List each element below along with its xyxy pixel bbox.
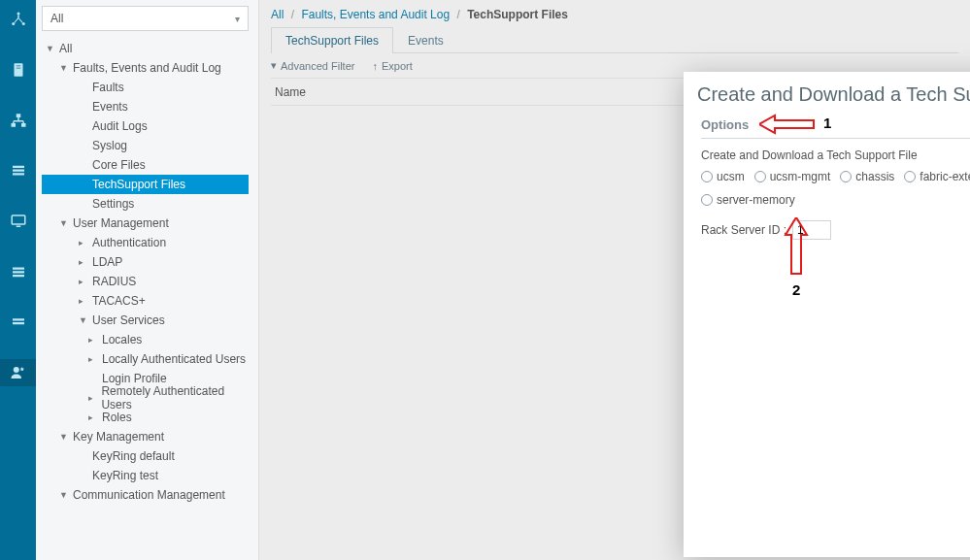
tree-keyring-test[interactable]: KeyRing test <box>42 466 249 485</box>
tree-syslog[interactable]: Syslog <box>42 136 249 155</box>
tree-local-auth-users[interactable]: ▸Locally Authenticated Users <box>42 349 249 369</box>
tree-ldap[interactable]: ▸LDAP <box>42 252 249 272</box>
chassis-icon <box>10 313 27 331</box>
svg-rect-6 <box>16 114 20 117</box>
options-subhead: Create and Download a Tech Support File <box>701 148 970 162</box>
tree-faults-events[interactable]: ▼Faults, Events and Audit Log <box>42 58 249 78</box>
svg-rect-17 <box>13 318 24 320</box>
rack-server-id-label: Rack Server ID : <box>701 223 786 237</box>
tree-locales[interactable]: ▸Locales <box>42 330 249 349</box>
rail-item-admin[interactable] <box>0 359 36 386</box>
tab-events[interactable]: Events <box>393 27 458 53</box>
tab-techsupport-files[interactable]: TechSupport Files <box>271 27 393 53</box>
tree-techsupport-files[interactable]: TechSupport Files <box>42 175 249 194</box>
tree-user-management[interactable]: ▼User Management <box>42 214 249 233</box>
annotation-number-1: 1 <box>823 115 831 131</box>
rail-item-servers[interactable] <box>0 56 36 83</box>
advanced-filter-button[interactable]: ▾ Advanced Filter <box>271 59 354 72</box>
tree-settings[interactable]: Settings <box>42 194 249 214</box>
radio-fabric-extender[interactable]: fabric-extender <box>904 170 970 183</box>
svg-rect-5 <box>16 68 20 69</box>
svg-rect-14 <box>13 268 24 270</box>
admin-icon <box>10 364 27 381</box>
svg-rect-10 <box>13 170 24 172</box>
tab-bar: TechSupport Files Events <box>271 27 958 53</box>
radio-ucsm[interactable]: ucsm <box>701 170 745 183</box>
modal-header: Create and Download a Tech Support File … <box>684 72 970 112</box>
svg-rect-15 <box>13 271 24 273</box>
modal-body: Options Create and Download a Tech Suppo… <box>684 112 970 509</box>
modal-title: Create and Download a Tech Support File <box>697 83 970 106</box>
monitor-icon <box>10 213 27 230</box>
tree-keyring-default[interactable]: KeyRing default <box>42 446 249 466</box>
rack-server-id-input[interactable] <box>792 220 831 240</box>
tree-faults[interactable]: Faults <box>42 78 249 97</box>
annotation-number-2: 2 <box>792 281 800 298</box>
svg-point-1 <box>12 22 15 25</box>
crumb-faults-events[interactable]: Faults, Events and Audit Log <box>301 8 450 21</box>
svg-rect-8 <box>21 123 26 127</box>
rail-item-san[interactable] <box>0 157 36 184</box>
export-icon: ↑ <box>372 60 378 72</box>
crumb-all[interactable]: All <box>271 8 284 21</box>
tech-support-type-radios: ucsm ucsm-mgmt chassis fabric-extender r… <box>701 170 970 207</box>
svg-point-0 <box>17 13 19 16</box>
crumb-current: TechSupport Files <box>467 8 568 21</box>
svg-rect-18 <box>13 322 24 324</box>
modal-footer: OK Cancel <box>684 509 970 557</box>
rail-item-vm[interactable] <box>0 208 36 235</box>
topology-icon <box>10 11 27 28</box>
svg-point-2 <box>21 22 24 25</box>
sidebar: All ▾ ▼All ▼Faults, Events and Audit Log… <box>36 0 259 560</box>
filter-icon: ▾ <box>271 59 277 72</box>
tree-core-files[interactable]: Core Files <box>42 155 249 175</box>
tree-root-all[interactable]: ▼All <box>42 39 249 58</box>
server-icon <box>10 61 27 79</box>
crumb-sep: / <box>456 8 459 21</box>
scope-combobox[interactable]: All ▾ <box>42 6 249 31</box>
network-icon <box>10 112 27 129</box>
svg-rect-12 <box>12 215 25 224</box>
rail-item-chassis[interactable] <box>0 309 36 336</box>
rail-item-topology[interactable] <box>0 6 36 33</box>
tree-events[interactable]: Events <box>42 97 249 116</box>
chevron-down-icon: ▾ <box>235 14 240 24</box>
scope-combobox-label: All <box>50 12 63 25</box>
rack-server-id-field: Rack Server ID : <box>701 220 831 240</box>
main-area: All / Faults, Events and Audit Log / Tec… <box>259 0 970 560</box>
tree-radius[interactable]: ▸RADIUS <box>42 272 249 291</box>
svg-rect-4 <box>16 66 20 67</box>
radio-chassis[interactable]: chassis <box>840 170 894 183</box>
stack-icon <box>10 162 27 180</box>
svg-rect-9 <box>13 166 24 168</box>
tree-tacacs[interactable]: ▸TACACS+ <box>42 291 249 311</box>
export-button[interactable]: ↑ Export <box>372 60 412 72</box>
svg-rect-16 <box>13 275 24 277</box>
tree-authentication[interactable]: ▸Authentication <box>42 233 249 252</box>
rack-server-fields: Rack Server ID : Rack Server Adapter ID … <box>701 220 970 240</box>
svg-point-19 <box>13 367 18 373</box>
create-techsupport-modal: Create and Download a Tech Support File … <box>684 72 970 557</box>
svg-rect-13 <box>16 226 20 228</box>
svg-rect-3 <box>14 63 22 77</box>
rail-item-storage[interactable] <box>0 258 36 285</box>
tree-user-services[interactable]: ▼User Services <box>42 311 249 330</box>
tree-key-management[interactable]: ▼Key Management <box>42 427 249 446</box>
tree-audit-logs[interactable]: Audit Logs <box>42 116 249 136</box>
radio-server-memory[interactable]: server-memory <box>701 193 795 207</box>
options-label: Options <box>701 117 749 132</box>
left-icon-rail <box>0 0 36 560</box>
svg-rect-7 <box>11 123 16 127</box>
svg-rect-11 <box>13 173 24 175</box>
nav-tree: ▼All ▼Faults, Events and Audit Log Fault… <box>42 39 249 554</box>
tree-remote-auth-users[interactable]: ▸Remotely Authenticated Users <box>42 388 249 408</box>
rail-item-lan[interactable] <box>0 107 36 134</box>
storage-icon <box>10 263 27 280</box>
crumb-sep: / <box>291 8 294 21</box>
radio-ucsm-mgmt[interactable]: ucsm-mgmt <box>754 170 831 183</box>
breadcrumb: All / Faults, Events and Audit Log / Tec… <box>259 0 970 27</box>
options-section-header: Options <box>701 117 970 139</box>
tree-communication-management[interactable]: ▼Communication Management <box>42 485 249 505</box>
